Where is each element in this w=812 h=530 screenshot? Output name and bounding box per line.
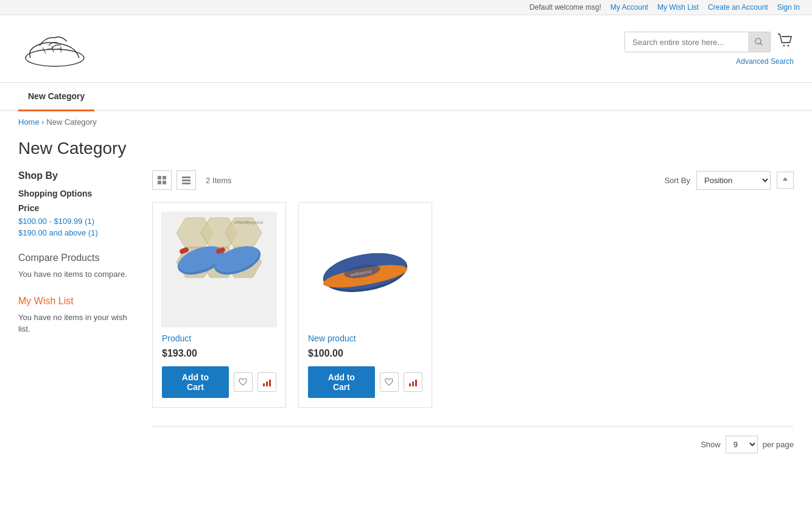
search-button[interactable] — [748, 32, 770, 52]
show-label: Show — [701, 440, 721, 449]
breadcrumb: Home › New Category — [0, 111, 812, 133]
grid-view-icon — [157, 175, 167, 185]
compare-section: Compare Products You have no items to co… — [18, 253, 140, 281]
svg-rect-14 — [182, 183, 191, 184]
logo-area — [18, 24, 91, 73]
list-view-icon — [181, 175, 191, 185]
product-2-actions: Add to Cart — [308, 366, 422, 398]
search-input[interactable] — [625, 33, 748, 52]
page-title: New Category — [18, 139, 794, 158]
create-account-link[interactable]: Create an Account — [708, 3, 768, 12]
sidebar: Shop By Shopping Options Price $100.00 -… — [18, 170, 140, 453]
bottom-toolbar: Show 9 15 30 per page — [152, 426, 794, 453]
search-box — [625, 32, 771, 52]
sort-select[interactable]: Position Product Name Price — [696, 171, 771, 190]
svg-rect-29 — [263, 383, 265, 386]
compare-title: Compare Products — [18, 253, 140, 263]
list-view-button[interactable] — [177, 170, 196, 190]
price-range-1[interactable]: $100.00 - $109.99 (1) — [18, 217, 140, 226]
price-title: Price — [18, 203, 140, 213]
wishlist-text: You have no items in your wish list. — [18, 312, 140, 335]
svg-rect-38 — [409, 383, 411, 386]
header: Advanced Search — [0, 15, 812, 83]
svg-line-5 — [760, 43, 763, 46]
product-grid: #WellBeyond Product $193.00 Add to Cart — [152, 202, 794, 408]
price-range-2-count: (1) — [88, 228, 98, 237]
product-area: 2 Items Sort By Position Product Name Pr… — [152, 170, 794, 453]
svg-rect-31 — [269, 380, 271, 386]
breadcrumb-current: New Category — [46, 117, 96, 127]
product-card-2: wellbeyond New product $100.00 Add to Ca… — [298, 202, 432, 408]
shop-by-section: Shop By Shopping Options Price $100.00 -… — [18, 170, 140, 237]
grid-view-button[interactable] — [152, 170, 172, 190]
top-bar: Default welcome msg! My Account My Wish … — [0, 0, 812, 15]
shopping-options-title: Shopping Options — [18, 189, 140, 198]
sort-by-label: Sort By — [664, 176, 690, 185]
header-right: Advanced Search — [625, 32, 794, 66]
per-page-select[interactable]: 9 15 30 — [726, 436, 758, 453]
compare-text: You have no items to compare. — [18, 268, 140, 281]
product-2-price: $100.00 — [308, 348, 343, 359]
product-2-compare-button[interactable] — [404, 372, 422, 392]
wishlist-section: My Wish List You have no items in your w… — [18, 296, 140, 335]
sort-direction-button[interactable] — [777, 172, 794, 189]
page-content: New Category Shop By Shopping Options Pr… — [0, 133, 812, 472]
svg-rect-9 — [163, 176, 166, 180]
compare-icon — [262, 377, 271, 387]
svg-text:#WellBeyond: #WellBeyond — [234, 220, 263, 225]
product-image-1: #WellBeyond — [161, 212, 277, 327]
product-1-add-to-cart-button[interactable]: Add to Cart — [162, 366, 229, 398]
product-2-image-svg: wellbeyond — [307, 212, 423, 327]
svg-rect-39 — [412, 382, 414, 386]
product-1-actions: Add to Cart — [162, 366, 276, 398]
toolbar-left: 2 Items — [152, 170, 232, 190]
product-1-price: $193.00 — [162, 348, 197, 359]
breadcrumb-sep: › — [41, 117, 44, 127]
search-icon — [754, 37, 764, 47]
main-layout: Shop By Shopping Options Price $100.00 -… — [18, 170, 794, 453]
product-2-name[interactable]: New product — [308, 333, 356, 343]
toolbar-right: Sort By Position Product Name Price — [664, 171, 794, 190]
svg-rect-13 — [182, 180, 191, 181]
per-page-label: per page — [763, 440, 794, 449]
svg-rect-10 — [158, 181, 161, 184]
product-1-name[interactable]: Product — [162, 333, 191, 343]
my-wish-list-link[interactable]: My Wish List — [657, 3, 699, 12]
price-range-1-count: (1) — [85, 217, 94, 226]
product-1-wishlist-button[interactable] — [234, 372, 253, 392]
my-account-link[interactable]: My Account — [611, 3, 648, 12]
toolbar: 2 Items Sort By Position Product Name Pr… — [152, 170, 794, 190]
nav-item-category[interactable]: New Category — [18, 83, 94, 111]
product-2-add-to-cart-button[interactable]: Add to Cart — [308, 366, 375, 398]
heart-icon-2 — [384, 377, 394, 387]
svg-rect-30 — [266, 382, 268, 386]
advanced-search-link[interactable]: Advanced Search — [736, 57, 794, 66]
svg-point-4 — [755, 38, 761, 44]
wishlist-title: My Wish List — [18, 296, 140, 307]
svg-point-6 — [783, 45, 785, 47]
shop-by-title: Shop By — [18, 170, 140, 181]
product-1-compare-button[interactable] — [257, 372, 276, 392]
svg-rect-11 — [163, 181, 166, 184]
product-1-image-svg: #WellBeyond — [161, 212, 277, 327]
svg-rect-8 — [158, 176, 161, 180]
svg-rect-12 — [182, 176, 191, 178]
product-image-2: wellbeyond — [307, 212, 423, 327]
product-card-1: #WellBeyond Product $193.00 Add to Cart — [152, 202, 286, 408]
heart-icon — [238, 377, 248, 387]
compare-icon-2 — [408, 377, 418, 387]
items-count: 2 Items — [206, 176, 232, 185]
breadcrumb-home[interactable]: Home — [18, 117, 40, 127]
logo-image — [18, 24, 91, 73]
svg-point-7 — [788, 45, 789, 47]
svg-point-0 — [26, 49, 84, 66]
svg-rect-40 — [415, 380, 417, 386]
price-range-2[interactable]: $190.00 and above (1) — [18, 228, 140, 237]
search-row — [625, 32, 794, 52]
sort-asc-icon — [781, 176, 789, 184]
nav-bar: New Category — [0, 83, 812, 111]
product-2-wishlist-button[interactable] — [380, 372, 399, 392]
sign-in-link[interactable]: Sign In — [777, 3, 800, 12]
cart-icon[interactable] — [777, 32, 794, 52]
svg-line-1 — [43, 47, 46, 54]
